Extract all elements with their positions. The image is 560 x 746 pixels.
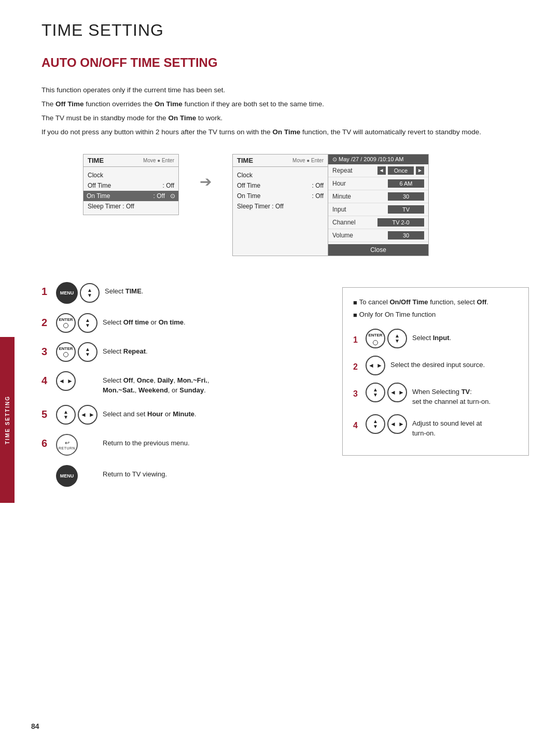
page-number: 84 <box>31 722 39 730</box>
return-button-icon: ↩ RETURN <box>56 434 78 456</box>
enter-button-icon: ENTER <box>56 313 76 333</box>
nav-button-icon-r3: ▲ ▼ <box>366 383 385 402</box>
right-step-3: 3 ▲ ▼ ◄ ► When Selecting TV:set the chan… <box>353 383 518 407</box>
steps-container: 1 MENU ▲ ▼ Select TIME. 2 ENTER <box>41 282 529 496</box>
steps-left: 1 MENU ▲ ▼ Select TIME. 2 ENTER <box>41 282 342 496</box>
menu-box-right-container: TIME Move ● Enter Clock Off Time: Off On… <box>232 154 429 256</box>
enter-button-icon-r1: ENTER <box>366 329 385 348</box>
menu-box-left: TIME Move ● Enter Clock Off Time: Off On… <box>83 154 179 215</box>
repeat-row: Repeat ◄ Once ► <box>328 164 428 177</box>
step-6: 6 ↩ RETURN Return to the previous menu. <box>41 434 332 456</box>
volume-row: Volume 30 <box>328 229 428 242</box>
right-step-4: 4 ▲ ▼ ◄ ► Adjust to sound level atturn-o… <box>353 414 518 439</box>
menu-box-right-left: TIME Move ● Enter Clock Off Time: Off On… <box>232 154 328 256</box>
step-menu: 0 MENU Return to TV viewing. <box>41 465 332 487</box>
channel-row: Channel TV 2-0 <box>328 216 428 229</box>
sidebar-label: TIME SETTING <box>0 337 15 503</box>
description: This function operates only if the curre… <box>41 85 508 138</box>
right-step-1: 1 ENTER ▲ ▼ Select Input. <box>353 329 518 348</box>
lr-button-icon-4: ◄ ► <box>56 371 76 391</box>
lr-button-icon-5: ◄ ► <box>78 405 97 425</box>
lr-button-icon-r2: ◄ ► <box>366 356 385 375</box>
main-title: TIME SETTING <box>41 21 529 40</box>
step-2: 2 ENTER ▲ ▼ Select Off time or On time. <box>41 313 332 333</box>
lr-button-icon-r4: ◄ ► <box>387 414 407 434</box>
nav-button-icon-2: ▲ ▼ <box>78 313 97 333</box>
expanded-panel: ⊙ May /27 / 2009 /10:10 AM Repeat ◄ Once… <box>328 154 429 256</box>
arrow-icon: ➔ <box>200 175 212 189</box>
section-title: AUTO ON/OFF TIME SETTING <box>41 55 529 70</box>
input-row: Input TV <box>328 203 428 216</box>
menu-button-icon-2: MENU <box>56 465 78 487</box>
menu-row-clock: Clock <box>88 170 174 180</box>
menu-row-offtime: Off Time: Off <box>88 180 174 191</box>
nav-button-icon-r4: ▲ ▼ <box>366 414 385 434</box>
menu-row-sleep: Sleep Timer : Off <box>88 201 174 212</box>
nav-button-icon-r1: ▲ ▼ <box>387 329 407 348</box>
nav-button-icon: ▲ ▼ <box>80 283 100 303</box>
minute-row: Minute 30 <box>328 190 428 203</box>
step-5: 5 ▲ ▼ ◄ ► Select and set Hour or Minute. <box>41 405 332 425</box>
step-1: 1 MENU ▲ ▼ Select TIME. <box>41 282 332 304</box>
nav-button-icon-5: ▲ ▼ <box>56 405 76 425</box>
hour-row: Hour 6 AM <box>328 177 428 190</box>
note-2: ■ Only for On Time function <box>353 309 518 320</box>
steps-right: ■ To cancel On/Off Time function, select… <box>342 287 529 456</box>
step-4: 4 ◄ ► Select Off, Once, Daily, Mon.~Fri.… <box>41 371 332 396</box>
close-bar: Close <box>328 244 428 256</box>
enter-button-icon-3: ENTER <box>56 342 76 362</box>
step-3: 3 ENTER ▲ ▼ Select Repeat. <box>41 342 332 362</box>
menu-button-icon: MENU <box>56 282 78 304</box>
mockup-area: TIME Move ● Enter Clock Off Time: Off On… <box>83 154 529 256</box>
menu-row-ontime: On Time: Off ⊙ <box>83 191 178 201</box>
right-step-2: 2 ◄ ► Select the desired input source. <box>353 356 518 375</box>
note-1: ■ To cancel On/Off Time function, select… <box>353 297 518 308</box>
nav-button-icon-3: ▲ ▼ <box>78 342 97 362</box>
lr-button-icon-r3: ◄ ► <box>387 383 407 402</box>
date-bar: ⊙ May /27 / 2009 /10:10 AM <box>328 154 428 164</box>
